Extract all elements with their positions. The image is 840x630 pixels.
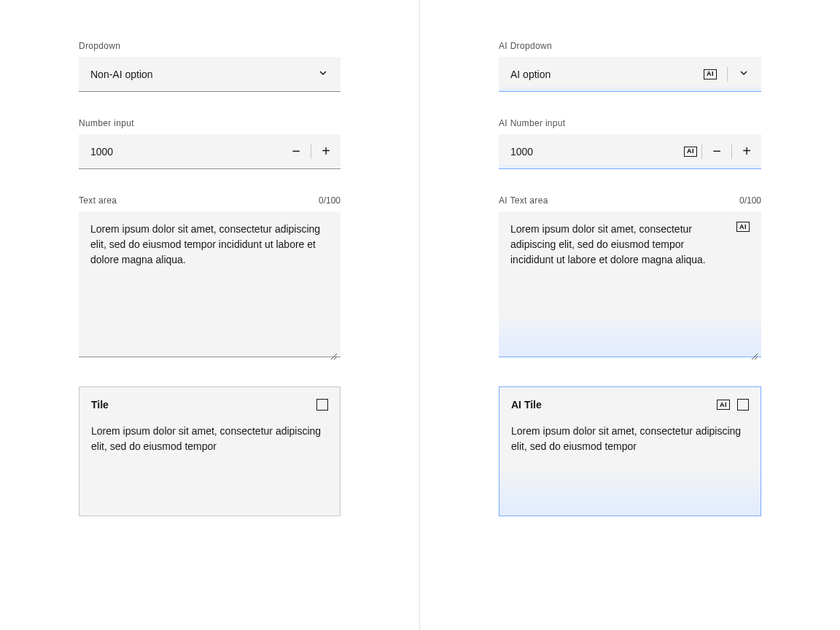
dropdown[interactable]: Non-AI option — [79, 57, 341, 92]
ai-number-input: AI − + — [499, 134, 761, 169]
ai-badge-icon: AI — [704, 69, 717, 79]
textarea[interactable] — [79, 211, 341, 357]
ai-dropdown-value: AI option — [510, 69, 551, 80]
ai-char-counter: 0/100 — [739, 195, 761, 206]
tile[interactable]: Tile Lorem ipsum dolor sit amet, consect… — [79, 386, 341, 516]
ai-textarea-field: AI Text area 0/100 AI — [499, 195, 761, 360]
ai-tile-checkbox[interactable] — [737, 399, 749, 411]
tile-title: Tile — [91, 399, 109, 411]
dropdown-field: Dropdown Non-AI option — [79, 41, 341, 92]
ai-number-input-label: AI Number input — [499, 118, 566, 128]
standard-components-column: Dropdown Non-AI option Number input − + — [0, 0, 420, 630]
ai-components-column: AI Dropdown AI option AI AI Number input — [420, 0, 840, 630]
number-input: − + — [79, 134, 341, 169]
number-input-field: Number input − + — [79, 118, 341, 169]
tile-body: Lorem ipsum dolor sit amet, consectetur … — [91, 424, 328, 454]
ai-textarea-label: AI Text area — [499, 195, 548, 206]
ai-textarea[interactable] — [499, 211, 761, 357]
textarea-label: Text area — [79, 195, 117, 206]
textarea-field: Text area 0/100 — [79, 195, 341, 360]
dropdown-label: Dropdown — [79, 41, 120, 51]
ai-number-input-field: AI Number input AI − + — [499, 118, 761, 169]
decrement-button[interactable]: − — [281, 134, 311, 169]
ai-badge-icon: AI — [717, 400, 730, 410]
number-input-value[interactable] — [79, 134, 281, 168]
ai-dropdown-label: AI Dropdown — [499, 41, 552, 51]
divider — [727, 67, 728, 82]
ai-dropdown[interactable]: AI option AI — [499, 57, 761, 92]
ai-tile-body: Lorem ipsum dolor sit amet, consectetur … — [511, 424, 749, 454]
tile-checkbox[interactable] — [316, 399, 328, 411]
increment-button[interactable]: + — [311, 134, 341, 169]
ai-tile-title: AI Tile — [511, 399, 542, 411]
chevron-down-icon — [738, 67, 750, 82]
ai-badge-icon: AI — [736, 222, 750, 232]
dropdown-value: Non-AI option — [90, 69, 153, 80]
ai-number-input-value[interactable] — [499, 134, 684, 168]
chevron-down-icon — [317, 67, 329, 82]
increment-button[interactable]: + — [732, 134, 761, 169]
ai-tile[interactable]: AI Tile AI Lorem ipsum dolor sit amet, c… — [499, 386, 761, 516]
char-counter: 0/100 — [319, 195, 341, 206]
decrement-button[interactable]: − — [702, 134, 731, 169]
ai-badge-icon: AI — [684, 147, 697, 157]
number-input-label: Number input — [79, 118, 134, 128]
ai-dropdown-field: AI Dropdown AI option AI — [499, 41, 761, 92]
